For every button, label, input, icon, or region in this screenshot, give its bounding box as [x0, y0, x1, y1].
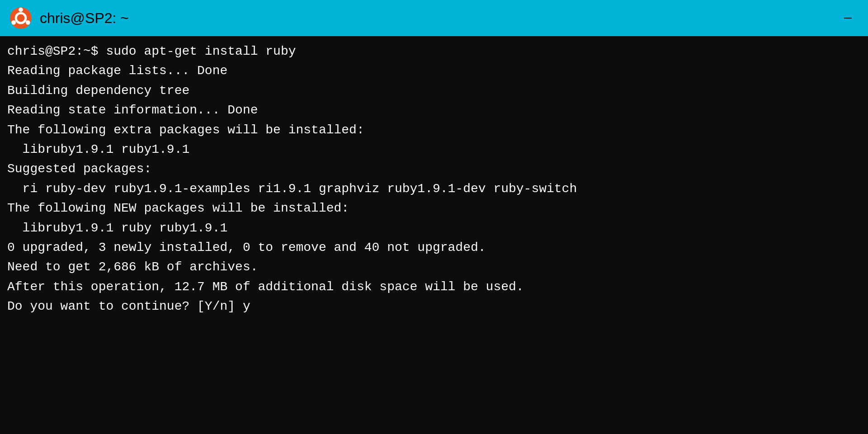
svg-point-2: [19, 8, 23, 12]
terminal-line: Suggested packages:: [7, 159, 861, 179]
svg-point-3: [11, 20, 16, 25]
terminal-line: After this operation, 12.7 MB of additio…: [7, 277, 861, 297]
title-bar: chris@SP2: ~ —: [0, 0, 868, 36]
terminal-line: Building dependency tree: [7, 81, 861, 100]
minimize-button[interactable]: —: [837, 12, 859, 24]
svg-point-4: [26, 20, 30, 25]
terminal-line: ri ruby-dev ruby1.9.1-examples ri1.9.1 g…: [7, 179, 861, 198]
terminal-line: Do you want to continue? [Y/n] y: [7, 297, 861, 316]
terminal-window: chris@SP2: ~ — chris@SP2:~$ sudo apt-get…: [0, 0, 868, 434]
terminal-body[interactable]: chris@SP2:~$ sudo apt-get install rubyRe…: [0, 36, 868, 434]
window-title: chris@SP2: ~: [40, 10, 837, 27]
terminal-line: 0 upgraded, 3 newly installed, 0 to remo…: [7, 238, 861, 257]
ubuntu-logo-icon: [9, 6, 33, 30]
terminal-line: chris@SP2:~$ sudo apt-get install ruby: [7, 42, 861, 61]
terminal-line: libruby1.9.1 ruby1.9.1: [7, 140, 861, 159]
terminal-line: Need to get 2,686 kB of archives.: [7, 257, 861, 277]
terminal-line: Reading package lists... Done: [7, 61, 861, 80]
terminal-line: The following extra packages will be ins…: [7, 120, 861, 140]
terminal-line: libruby1.9.1 ruby ruby1.9.1: [7, 218, 861, 238]
terminal-line: The following NEW packages will be insta…: [7, 198, 861, 218]
terminal-line: Reading state information... Done: [7, 100, 861, 120]
